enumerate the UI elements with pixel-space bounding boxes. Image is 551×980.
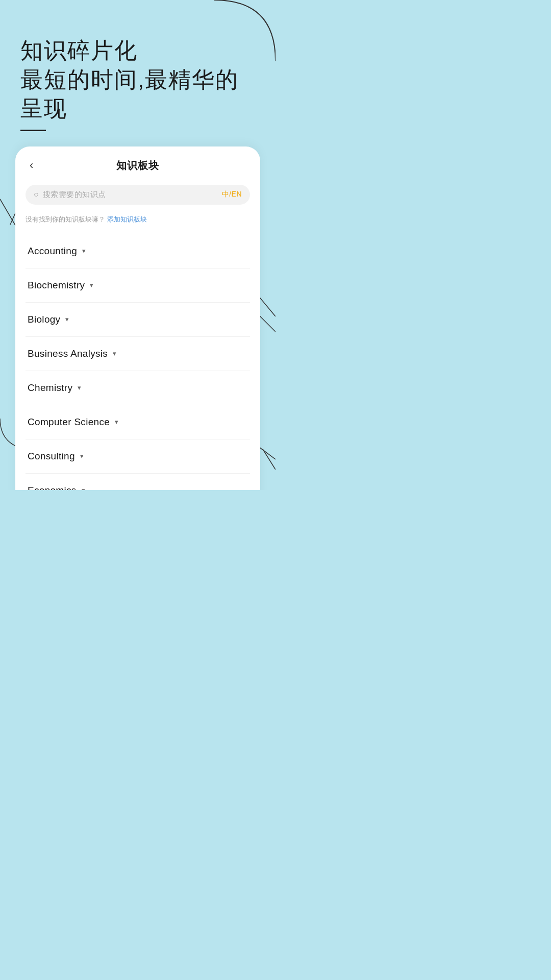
category-item[interactable]: Economics▾ (26, 474, 250, 490)
card-header: ‹ 知识板块 (15, 146, 260, 181)
category-label-row: Business Analysis▾ (28, 348, 116, 359)
chevron-down-icon: ▾ (113, 350, 116, 357)
category-label-row: Biology▾ (28, 314, 69, 325)
chevron-down-icon: ▾ (90, 281, 93, 289)
lang-toggle-button[interactable]: 中/EN (222, 190, 242, 199)
chevron-down-icon: ▾ (80, 452, 84, 460)
hint-text: 没有找到你的知识板块嘛？ (26, 215, 105, 223)
chevron-down-icon: ▾ (82, 247, 86, 255)
main-card: ‹ 知识板块 ○ 搜索需要的知识点 中/EN 没有找到你的知识板块嘛？ 添加知识… (15, 146, 260, 490)
category-label-row: Computer Science▾ (28, 416, 118, 428)
chevron-down-icon: ▾ (78, 384, 81, 391)
category-item[interactable]: Biochemistry▾ (26, 268, 250, 303)
header-line1: 知识碎片化 (20, 36, 255, 65)
category-item[interactable]: Chemistry▾ (26, 371, 250, 405)
search-container: ○ 搜索需要的知识点 中/EN (15, 181, 260, 213)
category-item[interactable]: Business Analysis▾ (26, 337, 250, 371)
category-name: Chemistry (28, 382, 72, 394)
category-name: Biology (28, 314, 60, 325)
card-title: 知识板块 (116, 159, 159, 173)
category-item[interactable]: Consulting▾ (26, 439, 250, 474)
category-name: Biochemistry (28, 280, 85, 291)
category-item[interactable]: Biology▾ (26, 303, 250, 337)
chevron-down-icon: ▾ (115, 418, 118, 426)
header-line2: 最短的时间,最精华的呈现 (20, 65, 255, 123)
category-label-row: Consulting▾ (28, 451, 84, 462)
category-name: Consulting (28, 451, 75, 462)
category-name: Computer Science (28, 416, 110, 428)
category-label-row: Chemistry▾ (28, 382, 81, 394)
category-name: Accounting (28, 246, 77, 257)
header-section: 知识碎片化 最短的时间,最精华的呈现 (0, 0, 276, 146)
search-bar[interactable]: ○ 搜索需要的知识点 中/EN (26, 185, 250, 205)
header-title: 知识碎片化 最短的时间,最精华的呈现 (20, 36, 255, 124)
category-name: Business Analysis (28, 348, 108, 359)
category-item[interactable]: Computer Science▾ (26, 405, 250, 439)
header-underline (20, 130, 46, 131)
chevron-down-icon: ▾ (82, 486, 85, 490)
svg-line-6 (263, 449, 276, 470)
search-input-placeholder[interactable]: 搜索需要的知识点 (43, 190, 218, 200)
category-label-row: Biochemistry▾ (28, 280, 93, 291)
add-category-link[interactable]: 添加知识板块 (107, 215, 147, 223)
category-label-row: Accounting▾ (28, 246, 86, 257)
category-name: Economics (28, 485, 77, 490)
chevron-down-icon: ▾ (65, 315, 69, 323)
back-button[interactable]: ‹ (26, 157, 37, 174)
category-item[interactable]: Accounting▾ (26, 234, 250, 268)
hint-container: 没有找到你的知识板块嘛？ 添加知识板块 (15, 213, 260, 234)
search-icon: ○ (34, 190, 39, 199)
category-label-row: Economics▾ (28, 485, 85, 490)
category-list: Accounting▾Biochemistry▾Biology▾Business… (15, 234, 260, 490)
